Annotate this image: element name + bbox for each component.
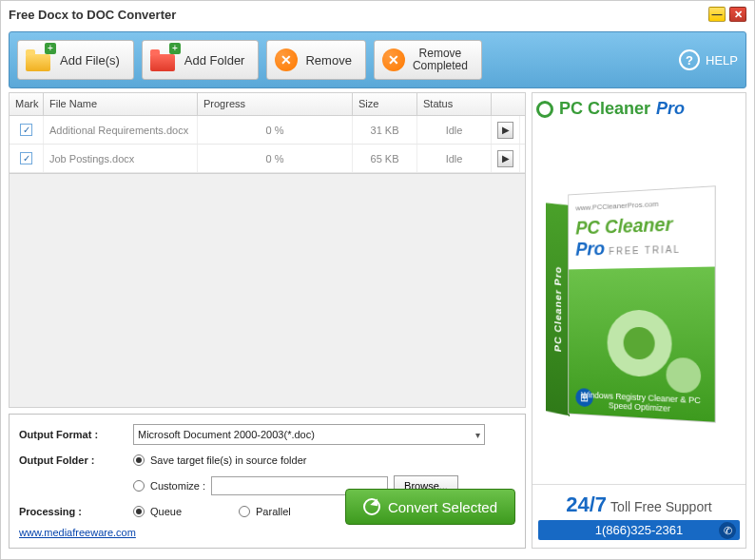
remove-label: Remove [305, 53, 351, 68]
output-format-select[interactable]: Microsoft Document 2000-2003(*.doc) ▾ [133, 424, 485, 445]
table-row[interactable]: ✓ Additional Requirements.docx 0 % 31 KB… [10, 116, 525, 145]
row-checkbox[interactable]: ✓ [20, 124, 32, 136]
folder-red-icon: + [150, 48, 177, 71]
remove-button[interactable]: ✕ Remove [266, 40, 365, 80]
ad-phone-bar: 1(866)325-2361 ✆ [538, 520, 740, 540]
box-front: www.PCCleanerPros.com PC Cleaner Pro FRE… [568, 185, 715, 423]
table-header: Mark File Name Progress Size Status [10, 93, 525, 116]
queue-radio[interactable]: Queue [133, 506, 182, 517]
ad-header: PC Cleaner Pro [532, 93, 745, 125]
file-table: Mark File Name Progress Size Status ✓ Ad… [9, 92, 526, 174]
row-play-button[interactable]: ▶ [497, 150, 513, 167]
ad-panel[interactable]: PC Cleaner Pro PC Cleaner Pro www.PCClea… [532, 92, 746, 549]
close-button[interactable]: ✕ [729, 7, 746, 22]
toolbar: + Add File(s) + Add Folder ✕ Remove ✕ Re… [9, 31, 746, 88]
window-title: Free Docx to DOC Converter [9, 8, 708, 22]
cell-status: Idle [417, 116, 492, 144]
ad-box-image: PC Cleaner Pro www.PCCleanerPros.com PC … [532, 125, 745, 484]
save-source-radio[interactable]: Save target file(s) in source folder [133, 454, 306, 466]
minimize-button[interactable]: — [708, 7, 726, 22]
radio-icon [133, 506, 145, 517]
customize-radio[interactable]: Customize : [133, 480, 205, 492]
queue-label: Queue [150, 506, 182, 517]
radio-icon [133, 454, 145, 466]
footer-link[interactable]: www.mediafreeware.com [19, 527, 136, 538]
add-files-label: Add File(s) [60, 53, 120, 68]
cell-filename: Job Postings.docx [44, 145, 198, 172]
gear-icon [608, 309, 672, 377]
ad-brand1: PC Cleaner [559, 99, 650, 119]
add-folder-label: Add Folder [184, 53, 245, 68]
ad-support: 24/7Toll Free Support 1(866)325-2361 ✆ [532, 484, 745, 548]
gear-small-icon [667, 357, 702, 394]
ad-247: 24/7 [566, 492, 607, 516]
processing-label: Processing : [19, 506, 133, 517]
help-icon: ? [679, 49, 700, 70]
add-folder-button[interactable]: + Add Folder [142, 40, 260, 80]
radio-icon [133, 480, 145, 492]
row-checkbox[interactable]: ✓ [20, 152, 32, 164]
output-format-label: Output Format : [19, 429, 133, 440]
customize-label: Customize : [150, 480, 205, 492]
ad-phone: 1(866)325-2361 [595, 523, 684, 537]
table-empty-area [9, 174, 526, 408]
window-controls: — ✕ [708, 7, 746, 22]
col-progress[interactable]: Progress [198, 93, 353, 115]
phone-icon: ✆ [719, 522, 736, 539]
cell-filename: Additional Requirements.docx [44, 116, 198, 144]
ad-toll: Toll Free Support [610, 499, 712, 514]
col-status[interactable]: Status [417, 93, 492, 115]
chevron-down-icon: ▾ [475, 430, 480, 440]
add-files-button[interactable]: + Add File(s) [17, 40, 134, 80]
convert-label: Convert Selected [388, 499, 497, 515]
remove-completed-button[interactable]: ✕ Remove Completed [374, 40, 482, 80]
parallel-label: Parallel [256, 506, 291, 517]
col-action [492, 93, 520, 115]
cell-progress: 0 % [198, 116, 353, 144]
convert-selected-button[interactable]: Convert Selected [345, 489, 515, 525]
help-button[interactable]: ? HELP [679, 49, 738, 70]
output-folder-label: Output Folder : [19, 454, 133, 466]
convert-icon [363, 498, 380, 515]
ad-brand2: Pro [656, 99, 685, 119]
remove-completed-label: Remove Completed [413, 48, 468, 72]
help-label: HELP [706, 53, 738, 68]
col-size[interactable]: Size [353, 93, 417, 115]
ad-logo-icon [536, 101, 553, 118]
table-row[interactable]: ✓ Job Postings.docx 0 % 65 KB Idle ▶ [10, 145, 525, 173]
ad-url: www.PCCleanerPros.com [575, 197, 707, 212]
cell-status: Idle [417, 145, 492, 172]
col-mark[interactable]: Mark [10, 93, 44, 115]
cell-progress: 0 % [198, 145, 353, 172]
row-play-button[interactable]: ▶ [497, 122, 513, 139]
remove-completed-icon: ✕ [382, 48, 405, 71]
parallel-radio[interactable]: Parallel [239, 506, 291, 517]
folder-yellow-icon: + [26, 48, 52, 71]
options-panel: Output Format : Microsoft Document 2000-… [9, 414, 526, 549]
cell-size: 65 KB [353, 145, 417, 172]
cell-size: 31 KB [353, 116, 417, 144]
save-source-label: Save target file(s) in source folder [150, 454, 306, 466]
output-format-value: Microsoft Document 2000-2003(*.doc) [138, 429, 315, 440]
radio-icon [239, 506, 250, 517]
ad-subtitle: Windows Registry Cleaner & PC Speed Opti… [569, 390, 715, 416]
col-filename[interactable]: File Name [44, 93, 198, 115]
titlebar: Free Docx to DOC Converter — ✕ [1, 1, 754, 28]
box-side: PC Cleaner Pro [546, 203, 570, 415]
remove-icon: ✕ [275, 48, 298, 71]
